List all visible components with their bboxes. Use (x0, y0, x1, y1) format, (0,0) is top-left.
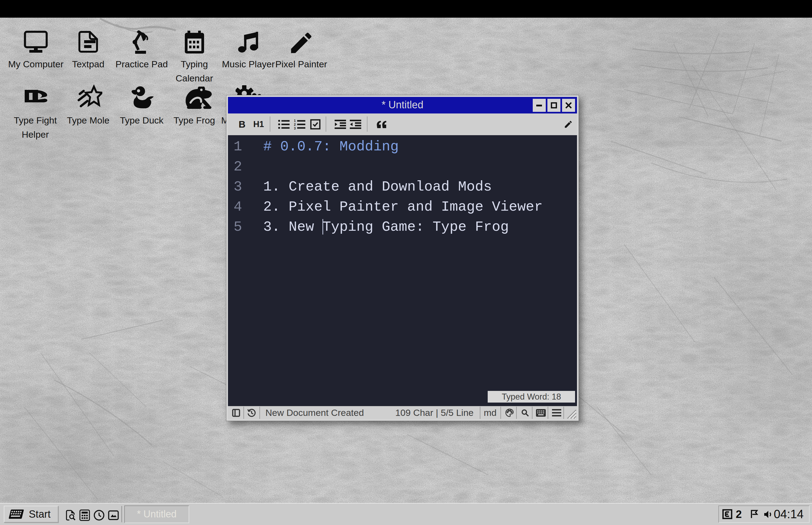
svg-text:1: 1 (294, 119, 296, 123)
svg-text:2: 2 (294, 123, 296, 126)
svg-text:3: 3 (294, 126, 296, 130)
